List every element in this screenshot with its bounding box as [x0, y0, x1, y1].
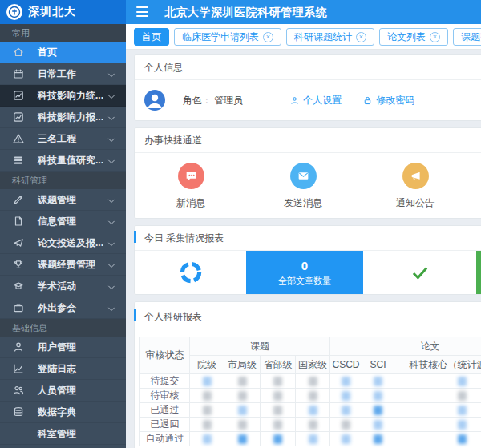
briefcase-icon: [12, 301, 25, 314]
table-row: 已通过: [140, 403, 481, 418]
notice-shortcut[interactable]: 通知公告: [359, 163, 471, 210]
table-cell: [190, 389, 224, 403]
sidebar-item-label: 科室管理: [38, 427, 76, 441]
panel-personal-info: 个人信息 角色： 管理员 个人设置 修改密码: [134, 54, 481, 121]
lock-icon: [362, 95, 373, 106]
sidebar-item-label: 日常工作: [38, 67, 76, 81]
blurred-count: [273, 377, 282, 386]
blurred-count[interactable]: [309, 406, 317, 415]
sidebar-item[interactable]: 科技影响力报...: [0, 107, 126, 128]
table-cell: [261, 374, 296, 389]
menu-toggle-icon[interactable]: [136, 6, 148, 17]
sidebar-item[interactable]: 课题经费管理: [0, 254, 126, 276]
sidebar-item[interactable]: 用户管理: [0, 337, 126, 358]
table-column-header: 国家级: [296, 356, 330, 374]
sidebar-item[interactable]: 科室管理: [0, 423, 126, 445]
sidebar-item[interactable]: 信息管理: [0, 211, 126, 232]
sidebar-item[interactable]: 登陆日志: [0, 358, 126, 380]
sidebar-item[interactable]: 科技量值研究...: [0, 150, 126, 172]
close-icon[interactable]: ×: [430, 32, 440, 42]
tab-item[interactable]: 科研课题统计×: [286, 28, 374, 46]
new-message-shortcut[interactable]: 新消息: [135, 163, 247, 210]
close-icon[interactable]: ×: [356, 32, 366, 42]
blurred-count[interactable]: [374, 434, 382, 444]
chevron-down-icon: [107, 195, 116, 204]
sidebar-item[interactable]: 学术活动: [0, 276, 126, 297]
sidebar-item-label: 数据字典: [38, 406, 76, 419]
sidebar-item[interactable]: 数据字典: [0, 402, 126, 423]
sidebar-item[interactable]: 三名工程: [0, 128, 126, 150]
send-message-shortcut[interactable]: 发送消息: [247, 163, 359, 210]
refresh-spinner-cell[interactable]: [135, 251, 246, 294]
blurred-count[interactable]: [458, 377, 467, 386]
tab-item[interactable]: 论文列表×: [379, 28, 448, 46]
blurred-count[interactable]: [374, 377, 382, 386]
row-label: 自动通过: [140, 432, 190, 446]
blurred-count: [238, 420, 247, 430]
table-group-header: 课题: [190, 337, 330, 356]
close-icon[interactable]: ×: [263, 32, 273, 42]
logo-block: 深圳北大: [0, 0, 126, 24]
sidebar-item[interactable]: 科技影响力统...: [0, 85, 126, 107]
personal-settings-link[interactable]: 个人设置: [289, 94, 342, 107]
blurred-count[interactable]: [309, 434, 317, 444]
tab-item[interactable]: 课题费用报表×: [453, 28, 481, 46]
table-column-header: SCI: [362, 356, 394, 374]
blurred-count[interactable]: [342, 434, 350, 444]
blurred-count[interactable]: [203, 434, 212, 444]
sidebar-item[interactable]: 日常工作: [0, 63, 126, 85]
blurred-count[interactable]: [458, 434, 467, 444]
table-column-header: 院级: [190, 356, 224, 374]
blurred-count[interactable]: [458, 420, 467, 430]
sidebar-item[interactable]: 外出参会: [0, 297, 126, 319]
sidebar-item[interactable]: 课题管理: [0, 189, 126, 211]
tab-label: 临床医学申请列表: [182, 30, 259, 44]
table-row: 已退回: [140, 418, 481, 432]
sidebar-item-label: 首页: [38, 46, 57, 59]
tab-label: 论文列表: [387, 30, 426, 44]
blurred-count: [309, 391, 317, 401]
blurred-count[interactable]: [374, 391, 382, 401]
blurred-count[interactable]: [342, 391, 350, 401]
blurred-count[interactable]: [238, 434, 247, 444]
blurred-count[interactable]: [342, 406, 350, 415]
database-icon: [12, 406, 25, 418]
tab-item[interactable]: 临床医学申请列表×: [174, 28, 281, 46]
list-icon: [12, 154, 25, 167]
sidebar-section-label: 基础信息: [0, 319, 126, 337]
blurred-count[interactable]: [374, 420, 382, 430]
role-value: 管理员: [214, 95, 243, 106]
personal-info-body: 角色： 管理员 个人设置 修改密码: [135, 80, 481, 120]
table-corner-header: 审核状态: [140, 337, 190, 374]
blurred-count: [203, 406, 212, 415]
blurred-count[interactable]: [458, 406, 467, 415]
table-cell: [224, 374, 261, 389]
spinner-icon: [178, 260, 204, 285]
link-label: 个人设置: [303, 94, 342, 107]
table-row: 自动通过: [140, 432, 481, 446]
blurred-count[interactable]: [374, 406, 382, 415]
blurred-count: [458, 391, 467, 401]
blurred-count[interactable]: [342, 377, 350, 386]
blurred-count[interactable]: [203, 377, 212, 386]
table-cell: [362, 403, 394, 418]
person-icon: [289, 95, 300, 106]
change-password-link[interactable]: 修改密码: [362, 94, 414, 107]
sidebar-item-label: 外出参会: [38, 301, 76, 315]
tab-item[interactable]: 首页: [134, 28, 169, 46]
green-stat-cell[interactable]: [476, 251, 481, 294]
sidebar-item[interactable]: 人员管理: [0, 380, 126, 402]
table-cell: [394, 418, 481, 432]
check-icon: [410, 262, 430, 283]
title-accent-bar: [134, 231, 136, 243]
sidebar-item[interactable]: 首页: [0, 42, 126, 63]
sidebar-item-label: 用户管理: [38, 341, 76, 354]
blurred-count[interactable]: [273, 434, 282, 444]
sidebar-item[interactable]: 论文投送及报...: [0, 232, 126, 254]
sidebar-item-label: 课题管理: [38, 193, 76, 207]
blurred-count: [203, 391, 212, 401]
table-cell: [224, 389, 261, 403]
blurred-count[interactable]: [238, 406, 247, 415]
all-articles-stat[interactable]: 0 全部文章数量: [246, 251, 363, 294]
sidebar-item[interactable]: 权限管理: [0, 445, 126, 448]
